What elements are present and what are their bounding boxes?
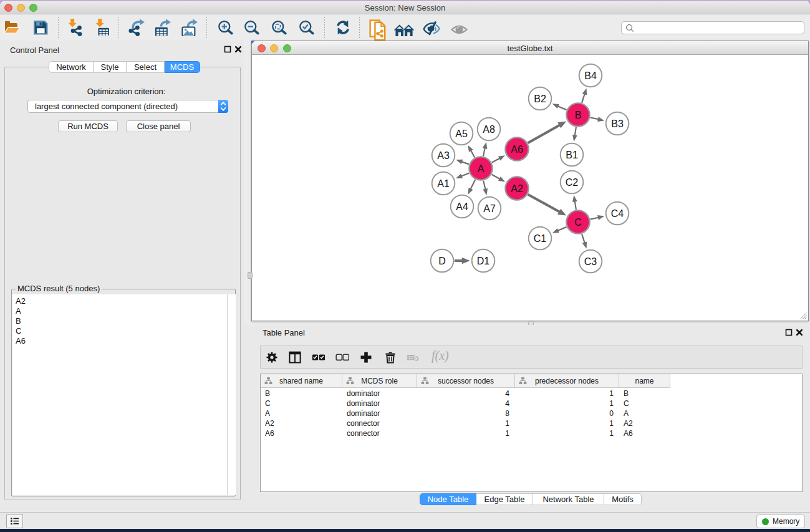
tab-mcds[interactable]: MCDS (165, 61, 200, 73)
graph-edge-B-B3[interactable] (591, 117, 599, 119)
mcds-result-item[interactable]: A2 (12, 296, 227, 306)
run-mcds-button[interactable]: Run MCDS (58, 120, 118, 132)
open-session-icon[interactable] (4, 19, 21, 36)
graph-edge-B-B4[interactable] (582, 93, 585, 102)
memory-button[interactable]: Memory (756, 515, 805, 528)
column-header-shared-name[interactable]: shared name (261, 374, 342, 388)
table-cell[interactable]: A2 (265, 418, 274, 428)
table-panel-close-icon[interactable] (796, 329, 803, 336)
table-cell[interactable]: B (624, 389, 629, 399)
split-divider-handle-left[interactable] (248, 272, 253, 279)
zoom-fit-icon[interactable] (271, 19, 288, 36)
delete-column-icon[interactable] (383, 351, 397, 364)
table-cell[interactable]: connector (347, 428, 380, 438)
table-cell[interactable]: 1 (515, 399, 614, 409)
table-cell[interactable]: 1 (417, 428, 509, 438)
graph-edge-A6-B[interactable] (528, 125, 561, 143)
table-cell[interactable]: C (624, 399, 629, 409)
zoom-in-icon[interactable] (217, 19, 234, 36)
tab-select[interactable]: Select (127, 61, 165, 73)
table-cell[interactable]: 1 (515, 418, 614, 428)
table-cell[interactable]: B (265, 389, 270, 399)
table-cell[interactable]: A2 (624, 418, 633, 428)
table-cell[interactable]: A6 (624, 428, 633, 438)
tab-edge-table[interactable]: Edge Table (476, 493, 533, 505)
table-panel-float-icon[interactable] (785, 329, 793, 336)
table-cell[interactable]: 4 (417, 389, 509, 399)
select-all-columns-icon[interactable] (312, 351, 325, 364)
refresh-icon[interactable] (334, 19, 352, 36)
split-view-icon[interactable] (288, 351, 302, 364)
table-cell[interactable]: dominator (347, 389, 380, 399)
mcds-result-item[interactable]: A6 (12, 336, 227, 346)
tab-network-table[interactable]: Network Table (533, 493, 604, 505)
clone-network-icon[interactable] (369, 19, 388, 41)
export-table-icon[interactable] (153, 19, 171, 36)
graph-edge-A-A6[interactable] (492, 158, 501, 162)
column-header-predecessor-nodes[interactable]: predecessor nodes (515, 374, 619, 388)
save-session-icon[interactable] (32, 19, 49, 36)
graph-edge-A-A4[interactable] (470, 180, 475, 190)
graph-edge-B-B1[interactable] (575, 127, 576, 137)
function-builder-icon[interactable]: f(x) (432, 349, 456, 367)
table-cell[interactable]: 1 (515, 389, 614, 399)
table-cell[interactable]: 8 (417, 409, 509, 418)
column-header-successor-nodes[interactable]: successor nodes (417, 374, 515, 388)
graph-edge-A-A8[interactable] (483, 147, 485, 156)
show-all-icon[interactable] (394, 24, 414, 37)
graph-edge-C-C3[interactable] (582, 234, 585, 243)
network-graph-canvas[interactable]: AA6A2BCA5A8A3A1A4A7B2B4B3B1C2C4C1C3DD1 (252, 54, 808, 319)
task-history-button[interactable] (6, 514, 23, 528)
zoom-out-icon[interactable] (243, 19, 261, 36)
table-cell[interactable]: A (265, 409, 270, 418)
graph-edge-C-C1[interactable] (557, 227, 566, 231)
tab-motifs[interactable]: Motifs (604, 493, 642, 505)
tab-node-table[interactable]: Node Table (420, 493, 476, 505)
close-panel-button[interactable]: Close panel (126, 120, 191, 132)
graph-edge-A-A3[interactable] (461, 162, 469, 165)
mcds-result-item[interactable]: C (12, 326, 227, 336)
graph-edge-C-C4[interactable] (591, 217, 599, 219)
import-table-icon[interactable] (94, 19, 112, 36)
import-network-icon[interactable] (67, 19, 84, 36)
network-window-titlebar[interactable]: testGlobe.txt (252, 41, 808, 55)
graph-edge-C-C2[interactable] (575, 200, 576, 210)
graph-edge-A-A7[interactable] (483, 181, 485, 190)
table-cell[interactable]: 1 (515, 428, 614, 438)
control-panel-float-icon[interactable] (224, 46, 231, 53)
criterion-dropdown[interactable]: largest connected component (directed) (27, 100, 228, 113)
export-image-icon[interactable] (180, 19, 198, 36)
graph-edge-B-B2[interactable] (557, 106, 566, 110)
app-titlebar[interactable]: Session: New Session (0, 1, 810, 14)
tab-network[interactable]: Network (49, 61, 94, 73)
show-hidden-icon[interactable] (451, 24, 468, 36)
table-cell[interactable]: dominator (347, 399, 380, 409)
mcds-result-item[interactable]: B (12, 316, 227, 326)
column-header-name[interactable]: name (619, 374, 670, 388)
table-cell[interactable]: A6 (265, 428, 274, 438)
table-cell[interactable]: 0 (515, 409, 614, 418)
mcds-result-item[interactable]: A (12, 306, 227, 316)
graph-edge-A2-C[interactable] (528, 195, 561, 213)
graph-edge-A-A1[interactable] (461, 173, 470, 176)
tab-style[interactable]: Style (94, 61, 127, 73)
export-network-icon[interactable] (128, 19, 145, 36)
table-cell[interactable]: C (265, 399, 271, 409)
table-cell[interactable]: 4 (417, 399, 509, 409)
column-settings-gear-icon[interactable] (265, 351, 279, 364)
hide-selected-icon[interactable] (423, 21, 440, 39)
result-scrollbar[interactable] (227, 294, 236, 495)
add-column-icon[interactable] (359, 351, 373, 364)
resize-grip-icon[interactable] (800, 312, 807, 319)
table-cell[interactable]: connector (347, 418, 380, 428)
clear-table-icon[interactable] (407, 351, 420, 364)
table-cell[interactable]: dominator (347, 409, 380, 418)
table-cell[interactable]: 1 (417, 418, 509, 428)
zoom-selected-icon[interactable] (298, 19, 316, 36)
table-cell[interactable]: A (624, 409, 629, 418)
column-header-MCDS-role[interactable]: MCDS role (342, 374, 417, 388)
graph-edge-A-A5[interactable] (470, 150, 475, 157)
deselect-all-columns-icon[interactable] (335, 351, 349, 364)
search-input[interactable] (637, 22, 801, 35)
graph-edge-A-A2[interactable] (492, 175, 501, 180)
